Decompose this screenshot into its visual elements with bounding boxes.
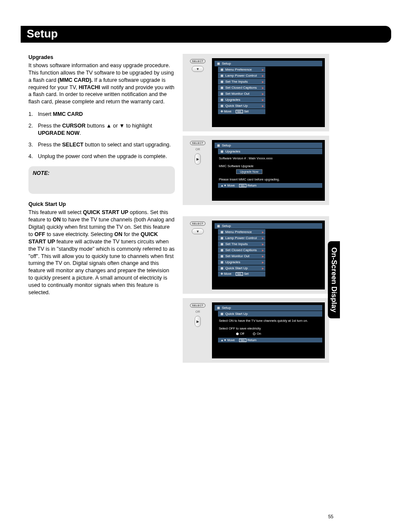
list-item: 4. Unplug the power cord when the upgrad… <box>28 153 175 160</box>
osd-item: ▦Set Closed Captions <box>218 247 265 253</box>
or-label: OR <box>196 148 200 151</box>
select-button-icon: SELECT <box>190 141 206 145</box>
osd-item: ▦Lamp Power Control <box>218 73 265 78</box>
osd-item: ▦Lamp Power Control <box>218 235 265 241</box>
osd-panel-upgrades: SELECT OR ▶ ▦Setup ▦Upgrades Software Ve… <box>183 136 329 205</box>
list-item: 1. Insert MMC CARD <box>28 111 175 118</box>
osd-footer: ▲▼ Move SEL Return <box>218 338 322 342</box>
radio-off: Off <box>236 332 244 336</box>
quickstart-text: This feature will select QUICK START UP … <box>28 209 175 296</box>
osd-subtitle: ▦Quick Start Up <box>218 311 322 317</box>
osd-item: ▦Menu Preference <box>218 67 265 72</box>
side-tab: On-Screen Display <box>328 241 340 318</box>
radio-on: On <box>253 332 261 336</box>
osd-item: ▦Set Monitor Out <box>218 91 265 96</box>
page-title: Setup <box>21 26 391 43</box>
osd-footer: ✥ Move SEL Set <box>218 271 265 277</box>
page-number: 55 <box>328 514 333 519</box>
down-arrow-icon: ▼ <box>192 66 204 72</box>
osd-panel-setup-2: SELECT ▼ ▦Setup ▦Menu Preference ▦Lamp P… <box>183 216 329 294</box>
insert-mmc-message: Please Insert MMC card before upgrading. <box>215 176 322 184</box>
down-arrow-icon: ▼ <box>192 228 204 234</box>
right-arrow-icon: ▶ <box>195 153 201 165</box>
select-button-icon: SELECT <box>190 221 206 226</box>
osd-title: ▦Setup <box>215 223 322 229</box>
right-arrow-icon: ▶ <box>195 316 201 327</box>
osd-item: ▦Quick Start Up <box>218 265 265 271</box>
osd-title: ▦Setup <box>215 305 322 311</box>
osd-item: ▦Set The Inputs <box>218 79 265 84</box>
select-button-icon: SELECT <box>190 59 206 63</box>
osd-item: ▦Upgrades <box>218 259 265 265</box>
osd-footer: ✥ Move SEL Set <box>218 109 265 114</box>
osd-item: ▦Upgrades <box>218 97 265 103</box>
upgrades-intro: It shows software information and easy u… <box>28 62 175 106</box>
upgrade-now-button: Upgrade Now <box>236 169 262 174</box>
or-label: OR <box>196 310 200 313</box>
upgrades-steps: 1. Insert MMC CARD 2. Press the CURSOR b… <box>28 111 175 160</box>
osd-item: ▦Menu Preference <box>218 229 265 235</box>
list-item: 2. Press the CURSOR buttons ▲ or ▼ to hi… <box>28 122 175 137</box>
software-version: Software Version # : Main Vxxxx.xxxx <box>215 155 322 162</box>
select-button-icon: SELECT <box>190 303 206 308</box>
osd-item: ▦Set Closed Captions <box>218 85 265 90</box>
osd-panel-setup-1: SELECT ▼ ▦Setup ▦Menu Preference ▦Lamp P… <box>183 54 329 131</box>
left-column: Upgrades It shows software information a… <box>28 54 175 367</box>
osd-subtitle: ▦Upgrades <box>218 149 322 154</box>
mmc-upgrade-label: MMC Software Upgrade Upgrade Now <box>215 162 322 176</box>
upgrades-heading: Upgrades <box>28 54 175 61</box>
osd-item: ▦Set Monitor Out <box>218 253 265 259</box>
quickstart-heading: Quick Start Up <box>28 201 175 208</box>
list-item: 3. Press the SELECT button to select and… <box>28 141 175 149</box>
osd-title: ▦Setup <box>215 143 322 148</box>
osd-item: ▦Quick Start Up <box>218 103 265 109</box>
quick-off-message: Select OFF to save electricity Off On <box>215 325 322 338</box>
osd-footer: ▲▼ Move SEL Return <box>218 183 322 188</box>
note-box: NOTE: <box>28 166 175 194</box>
osd-title: ▦Setup <box>215 61 322 66</box>
right-column: SELECT ▼ ▦Setup ▦Menu Preference ▦Lamp P… <box>183 54 329 367</box>
osd-item: ▦Set The Inputs <box>218 241 265 247</box>
quick-on-message: Select ON to have the TV tune channels q… <box>215 317 322 325</box>
osd-panel-quickstart: SELECT OR ▶ ▦Setup ▦Quick Start Up Selec… <box>183 298 329 363</box>
